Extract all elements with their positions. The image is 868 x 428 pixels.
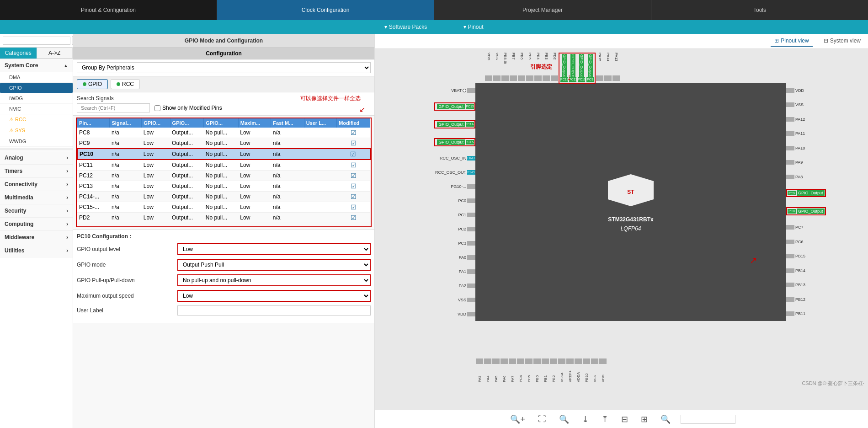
sidebar-search-input[interactable] <box>3 37 70 45</box>
table-row[interactable]: PC12 n/a Low Output... No pull... Low n/… <box>77 171 370 181</box>
col-modified: Modified <box>337 118 370 128</box>
col-pin: Pin... <box>77 118 110 128</box>
right-panel-header: ⊞ Pinout view ⊟ System view <box>375 34 868 49</box>
center-title: GPIO Mode and Configuration <box>73 34 374 48</box>
split-button[interactable]: ⊟ <box>618 412 631 426</box>
right-pins-col: VDD VSS PA12 PA11 PA10 <box>786 83 826 321</box>
tab-pinout-view[interactable]: ⊞ Pinout view <box>771 36 812 47</box>
software-packs-nav[interactable]: ▾ Software Packs <box>384 24 427 30</box>
group-by-select[interactable]: Group By Peripherals <box>77 62 371 73</box>
sidebar-category-middleware[interactable]: Middleware› <box>0 231 73 244</box>
config-section-title: PC10 Configuration : <box>77 233 371 240</box>
sidebar-item-rcc[interactable]: ⚠ RCC <box>0 114 73 125</box>
chip-area: 引脚选定 ↓ VDD VSS PB8-Bi PB7 <box>375 49 868 410</box>
config-label-pullup: GPIO Pull-up/Pull-down <box>77 277 177 284</box>
nav-pinout[interactable]: Pinout & Configuration <box>0 0 217 20</box>
tab-az[interactable]: A->Z <box>37 48 73 59</box>
show-modified-checkbox[interactable] <box>154 105 160 111</box>
chip-body: ST STM32G431RBTx LQFP64 <box>475 83 786 321</box>
upload-button[interactable]: ⤒ <box>599 412 611 426</box>
config-label-mode: GPIO mode <box>77 262 177 268</box>
periph-tab-rcc[interactable]: RCC <box>111 79 140 89</box>
gpio-output-level-select[interactable]: Low High <box>177 243 371 255</box>
sidebar-category-analog[interactable]: Analog› <box>0 151 73 165</box>
periph-tab-gpio[interactable]: GPIO <box>77 79 108 89</box>
chevron-right-icon-8: › <box>66 247 68 254</box>
config-label-output-level: GPIO output level <box>77 246 177 252</box>
table-row[interactable]: PC13 n/a Low Output... No pull... Low n/… <box>77 181 370 192</box>
col-max: Maxim... <box>238 118 271 128</box>
sidebar-item-nvic[interactable]: NVIC <box>0 104 73 114</box>
nav-clock[interactable]: Clock Configuration <box>217 0 434 20</box>
rcc-dot <box>117 82 120 86</box>
nav-tools[interactable]: Tools <box>651 0 868 20</box>
tab-categories[interactable]: Categories <box>0 48 37 59</box>
grid-button[interactable]: ⊞ <box>638 412 650 426</box>
csdn-watermark: CSDN @©·蔓心萝卜三条杠· <box>802 380 864 387</box>
table-row[interactable]: PC8 n/a Low Output... No pull... Low n/a… <box>77 128 370 138</box>
config-row-speed: Maximum output speed Low Medium High <box>77 290 371 302</box>
bottom-toolbar: 🔍+ ⛶ 🔍 ⤓ ⤒ ⊟ ⊞ 🔍 <box>375 410 868 428</box>
sidebar-section-system-core: System Core ▲ DMA GPIO IWDG NVIC ⚠ RCC ⚠… <box>0 59 73 147</box>
search-button[interactable]: 🔍 <box>658 412 673 426</box>
gpio-speed-select[interactable]: Low Medium High <box>177 290 371 302</box>
gpio-mode-select[interactable]: Output Push Pull <box>177 259 371 271</box>
chevron-right-icon-2: › <box>66 168 68 174</box>
chip-package-text: LQFP64 <box>621 224 641 233</box>
table-row[interactable]: PC15-... n/a Low Output... No pull... Lo… <box>77 202 370 213</box>
col-fast: Fast M... <box>271 118 304 128</box>
gpio-pullup-select[interactable]: No pull-up and no pull-down <box>177 274 371 286</box>
view-tabs: ⊞ Pinout view ⊟ System view <box>771 36 864 47</box>
signal-search-input[interactable] <box>77 103 150 112</box>
peripheral-tabs: GPIO RCC <box>73 76 374 92</box>
sidebar-category-utilities[interactable]: Utilities› <box>0 244 73 257</box>
sidebar: 🔍 Categories A->Z System Core ▲ DMA GPIO… <box>0 34 73 428</box>
config-row-pullup: GPIO Pull-up/Pull-down No pull-up and no… <box>77 274 371 286</box>
annotation-file-select: 可以像选择文件一样全选 <box>300 95 361 102</box>
sidebar-item-iwdg[interactable]: IWDG <box>0 93 73 104</box>
gpio-table-wrapper[interactable]: Pin... Signal... GPIO... GPIO... GPIO...… <box>76 118 372 227</box>
sidebar-item-wwdg[interactable]: WWDG <box>0 136 73 147</box>
chevron-right-icon-5: › <box>66 208 68 214</box>
sidebar-item-gpio[interactable]: GPIO <box>0 83 73 93</box>
config-label-speed: Maximum output speed <box>77 293 177 299</box>
second-nav: ▾ Software Packs ▾ Pinout <box>0 20 868 34</box>
table-row[interactable]: PC11 n/a Low Output... No pull... Low n/… <box>77 160 370 171</box>
right-panel: ⊞ Pinout view ⊟ System view 引脚选定 ↓ VDD <box>375 34 868 428</box>
tab-system-view[interactable]: ⊟ System view <box>820 36 864 47</box>
chevron-up-icon: ▲ <box>64 63 68 68</box>
red-arrow-right: ↗ <box>750 255 757 266</box>
zoom-out-button[interactable]: 🔍 <box>556 412 572 426</box>
col-gpio3: GPIO... <box>204 118 239 128</box>
show-modified-checkbox-label[interactable]: Show only Modified Pins <box>154 105 222 111</box>
chevron-right-icon-7: › <box>66 234 68 241</box>
bottom-pins-row: PA3 PA4 PA5 PA6 PA7 <box>475 358 607 382</box>
table-row[interactable]: PC14-... n/a Low Output... No pull... Lo… <box>77 192 370 202</box>
fit-button[interactable]: ⛶ <box>535 412 549 426</box>
sidebar-item-sys[interactable]: ⚠ SYS <box>0 125 73 136</box>
chevron-right-icon-4: › <box>66 194 68 201</box>
pinout-nav[interactable]: ▾ Pinout <box>463 24 483 30</box>
sidebar-item-dma[interactable]: DMA <box>0 72 73 83</box>
top-green-pins: GPIO_Output PC12 GPIO_Output PC11 GPIO_O… <box>559 53 596 84</box>
table-row-pc10[interactable]: PC10 n/a Low Output... No pull... Low n/… <box>77 149 370 160</box>
bottom-search-input[interactable] <box>681 415 735 424</box>
sidebar-category-multimedia[interactable]: Multimedia› <box>0 191 73 204</box>
main-layout: 🔍 Categories A->Z System Core ▲ DMA GPIO… <box>0 34 868 428</box>
arrow-annotation: ↙ <box>359 105 365 114</box>
right-pc8: PC8 GPIO_Output <box>786 207 826 215</box>
sidebar-category-system-core[interactable]: System Core ▲ <box>0 59 73 72</box>
sidebar-category-connectivity[interactable]: Connectivity› <box>0 178 73 191</box>
table-row[interactable]: PC9 n/a Low Output... No pull... Low n/a… <box>77 138 370 149</box>
download-button[interactable]: ⤓ <box>579 412 591 426</box>
chevron-right-icon-6: › <box>66 221 68 227</box>
sidebar-category-computing[interactable]: Computing› <box>0 218 73 231</box>
config-label-user: User Label <box>77 307 177 314</box>
sidebar-category-security[interactable]: Security› <box>0 204 73 218</box>
gpio-table: Pin... Signal... GPIO... GPIO... GPIO...… <box>77 118 371 223</box>
nav-project[interactable]: Project Manager <box>434 0 651 20</box>
table-row[interactable]: PD2 n/a Low Output... No pull... Low n/a… <box>77 213 370 223</box>
zoom-in-button[interactable]: 🔍+ <box>507 412 528 426</box>
sidebar-category-timers[interactable]: Timers› <box>0 165 73 178</box>
user-label-input[interactable] <box>177 305 371 316</box>
